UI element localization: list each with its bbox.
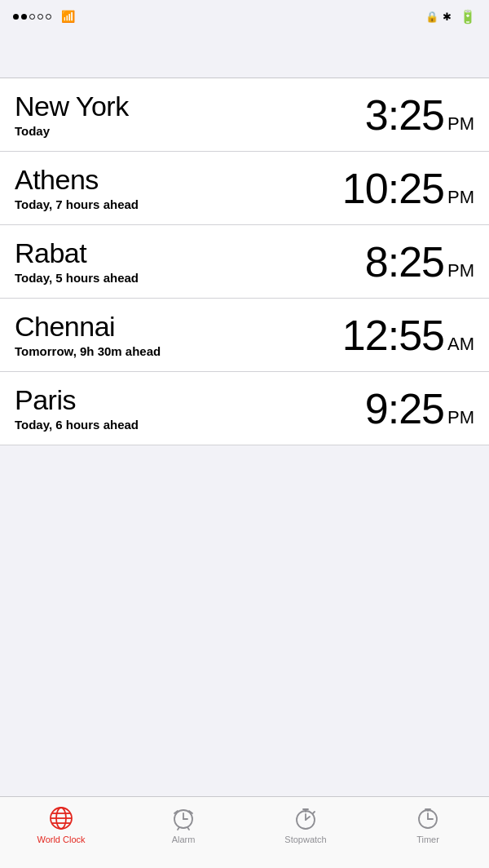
clock-item-left: New York Today bbox=[15, 91, 129, 138]
tab-timer-label: Timer bbox=[416, 835, 439, 844]
clock-item-left: Chennai Tomorrow, 9h 30m ahead bbox=[15, 312, 161, 358]
nav-bar bbox=[0, 33, 489, 78]
city-name: New York bbox=[15, 91, 129, 122]
clock-item-left: Rabat Today, 5 hours ahead bbox=[15, 238, 139, 285]
timer-icon bbox=[415, 805, 441, 831]
clock-item-right: 8:25 PM bbox=[365, 241, 474, 283]
clock-ampm: PM bbox=[447, 187, 474, 208]
clock-time: 9:25 bbox=[365, 388, 444, 430]
clock-item-right: 10:25 PM bbox=[342, 167, 474, 210]
clock-item-right: 9:25 PM bbox=[365, 388, 474, 430]
day-label: Today, 5 hours ahead bbox=[15, 271, 139, 285]
clock-item: Rabat Today, 5 hours ahead 8:25 PM bbox=[0, 225, 489, 299]
clock-ampm: AM bbox=[447, 334, 474, 355]
clock-ampm: PM bbox=[447, 260, 474, 281]
dot-4 bbox=[37, 14, 43, 20]
status-left: 📶 bbox=[13, 10, 75, 23]
signal-dots bbox=[13, 14, 51, 20]
day-label: Today, 7 hours ahead bbox=[15, 197, 139, 211]
clock-ampm: PM bbox=[447, 113, 474, 135]
tab-bar: World Clock Alarm bbox=[0, 796, 489, 868]
clock-item-left: Paris Today, 6 hours ahead bbox=[15, 385, 139, 432]
clock-ampm: PM bbox=[447, 407, 474, 428]
day-label: Today bbox=[15, 124, 129, 138]
lock-icon: 🔒 bbox=[425, 11, 438, 23]
city-name: Chennai bbox=[15, 312, 161, 342]
tab-timer[interactable]: Timer bbox=[395, 805, 460, 844]
dot-3 bbox=[29, 14, 35, 20]
clock-time: 12:55 bbox=[342, 314, 444, 356]
battery-icon: 🔋 bbox=[460, 9, 476, 24]
tab-stopwatch-label: Stopwatch bbox=[284, 835, 326, 844]
wifi-icon: 📶 bbox=[61, 10, 75, 23]
clock-time: 10:25 bbox=[342, 167, 444, 210]
clock-item-right: 12:55 AM bbox=[342, 314, 474, 356]
status-right: 🔒 ✱ 🔋 bbox=[425, 9, 476, 24]
city-name: Paris bbox=[15, 385, 139, 415]
content-area: New York Today 3:25 PM Athens Today, 7 h… bbox=[0, 78, 489, 517]
clock-list: New York Today 3:25 PM Athens Today, 7 h… bbox=[0, 78, 489, 445]
clock-item: Paris Today, 6 hours ahead 9:25 PM bbox=[0, 372, 489, 445]
dot-2 bbox=[21, 14, 27, 20]
globe-icon bbox=[48, 805, 74, 831]
tab-alarm[interactable]: Alarm bbox=[151, 805, 216, 844]
svg-line-10 bbox=[178, 827, 179, 830]
clock-item: Chennai Tomorrow, 9h 30m ahead 12:55 AM bbox=[0, 299, 489, 372]
tab-alarm-label: Alarm bbox=[172, 835, 196, 844]
alarm-icon bbox=[170, 805, 196, 831]
day-label: Today, 6 hours ahead bbox=[15, 418, 139, 432]
tab-world-clock-label: World Clock bbox=[37, 835, 85, 844]
svg-line-11 bbox=[187, 827, 189, 830]
tab-stopwatch[interactable]: Stopwatch bbox=[273, 805, 338, 844]
clock-item-right: 3:25 PM bbox=[365, 94, 474, 136]
status-bar: 📶 🔒 ✱ 🔋 bbox=[0, 0, 489, 33]
clock-time: 8:25 bbox=[365, 241, 444, 283]
bluetooth-icon: ✱ bbox=[443, 11, 452, 23]
tab-world-clock[interactable]: World Clock bbox=[29, 805, 94, 844]
city-name: Rabat bbox=[15, 238, 139, 268]
stopwatch-icon bbox=[293, 805, 319, 831]
clock-item: Athens Today, 7 hours ahead 10:25 PM bbox=[0, 152, 489, 225]
dot-5 bbox=[46, 14, 51, 20]
svg-line-17 bbox=[313, 812, 315, 813]
clock-time: 3:25 bbox=[365, 94, 444, 136]
city-name: Athens bbox=[15, 165, 139, 195]
dot-1 bbox=[13, 14, 19, 20]
clock-item-left: Athens Today, 7 hours ahead bbox=[15, 165, 139, 211]
clock-item: New York Today 3:25 PM bbox=[0, 78, 489, 152]
day-label: Tomorrow, 9h 30m ahead bbox=[15, 344, 161, 358]
